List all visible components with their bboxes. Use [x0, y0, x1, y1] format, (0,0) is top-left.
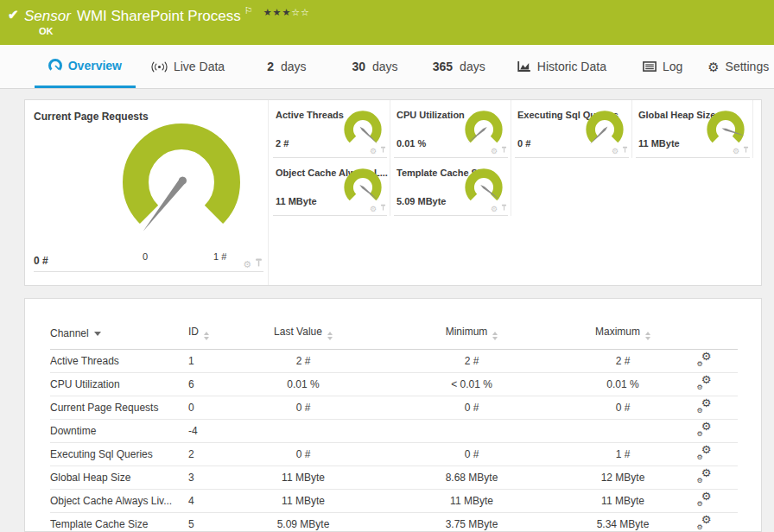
table-row[interactable]: Template Cache Size 5 5.09 MByte 3.75 MB…	[50, 513, 738, 532]
gear-icon[interactable]: ⚙	[491, 148, 498, 155]
channel-settings-icon[interactable]: ⚙⚙	[697, 446, 712, 460]
cell-id: 1	[188, 350, 238, 373]
cell-channel[interactable]: Downtime	[50, 420, 188, 443]
table-row[interactable]: Downtime -4 ⚙⚙	[50, 420, 738, 443]
cell-id: 0	[188, 396, 238, 420]
pin-icon[interactable]	[501, 204, 507, 213]
cell-maximum	[575, 420, 670, 443]
cell-maximum: 5.34 MByte	[575, 513, 670, 532]
cell-channel[interactable]: Current Page Requests	[50, 396, 188, 420]
gear-icon[interactable]: ⚙	[733, 148, 739, 155]
small-gauge	[341, 108, 384, 151]
table-row[interactable]: Current Page Requests 0 0 # 0 # 0 # ⚙⚙	[50, 396, 738, 420]
pin-icon[interactable]	[622, 146, 628, 155]
tab-label: Log	[663, 60, 682, 73]
sort-icon	[327, 332, 333, 340]
sort-icon	[204, 332, 209, 340]
column-header-id[interactable]: ID	[188, 320, 238, 350]
column-header-actions	[670, 320, 738, 350]
gauge-tile-template-cache-size[interactable]: Template Cache Size 5.09 MByte ⚙	[390, 158, 511, 216]
tab-log[interactable]: Log	[623, 45, 702, 88]
tab-settings[interactable]: ⚙ Settings	[702, 45, 774, 88]
gear-icon[interactable]: ⚙	[491, 206, 498, 213]
column-header-maximum[interactable]: Maximum	[575, 320, 670, 350]
gauge-icon	[48, 59, 62, 73]
cell-channel[interactable]: Active Threads	[50, 350, 188, 373]
cell-maximum: 0.01 %	[575, 373, 670, 396]
gauge-tile-object-cache-always-live[interactable]: Object Cache Always L... 11 MByte ⚙	[270, 158, 390, 216]
tab-30-days[interactable]: 30 days	[333, 45, 416, 88]
cell-channel[interactable]: Executing Sql Queries	[50, 443, 188, 466]
pin-icon[interactable]	[255, 258, 263, 269]
channel-settings-icon[interactable]: ⚙⚙	[697, 400, 712, 414]
tab-label: days	[372, 60, 398, 73]
cell-maximum: 12 MByte	[575, 466, 670, 490]
cell-last-value: 5.09 MByte	[238, 513, 368, 532]
cell-minimum: 2 #	[368, 350, 575, 373]
pin-icon[interactable]	[380, 146, 386, 155]
tab-label: days	[281, 60, 307, 73]
tab-2-days[interactable]: 2 days	[240, 45, 333, 88]
cell-last-value: 2 #	[238, 350, 368, 373]
gauge-value: 11 MByte	[638, 138, 680, 149]
stars-empty: ☆☆	[291, 7, 310, 17]
gear-icon[interactable]: ⚙	[612, 148, 619, 155]
gauge-tile-active-threads[interactable]: Active Threads 2 # ⚙	[270, 100, 390, 158]
table-row[interactable]: Global Heap Size 3 11 MByte 8.68 MByte 1…	[50, 466, 738, 490]
sort-icon	[492, 332, 498, 340]
table-row[interactable]: Executing Sql Queries 2 0 # 0 # 1 # ⚙⚙	[50, 443, 738, 466]
tab-overview[interactable]: Overview	[35, 45, 136, 88]
small-gauge	[704, 108, 747, 151]
cell-last-value: 11 MByte	[238, 490, 368, 513]
gauge-tile-global-heap-size[interactable]: Global Heap Size 11 MByte ⚙	[632, 100, 753, 158]
gauge-tile-executing-sql-queries[interactable]: Executing Sql Queries 0 # ⚙	[511, 100, 632, 158]
pin-icon[interactable]	[501, 146, 507, 155]
priority-stars[interactable]: ★★★☆☆	[263, 7, 310, 17]
cell-minimum: 8.68 MByte	[368, 466, 575, 490]
gauge-value: 11 MByte	[276, 196, 317, 206]
column-header-last-value[interactable]: Last Value	[238, 320, 368, 350]
flag-icon[interactable]: ⚐	[244, 5, 253, 16]
pin-icon[interactable]	[743, 146, 749, 155]
cell-id: 4	[188, 490, 238, 513]
tab-365-days[interactable]: 365 days	[417, 45, 501, 88]
table-row[interactable]: Object Cache Always Liv... 4 11 MByte 11…	[50, 490, 738, 513]
pin-icon[interactable]	[380, 204, 386, 213]
gauge-value: 5.09 MByte	[397, 196, 446, 206]
sort-icon	[645, 332, 650, 340]
cell-minimum	[368, 420, 575, 443]
channel-settings-icon[interactable]: ⚙⚙	[697, 423, 712, 437]
cell-channel[interactable]: Object Cache Always Liv...	[50, 490, 188, 513]
tile-divider	[34, 271, 263, 272]
tab-label: Overview	[68, 59, 122, 73]
channel-settings-icon[interactable]: ⚙⚙	[697, 493, 712, 507]
table-row[interactable]: Active Threads 1 2 # 2 # 2 # ⚙⚙	[50, 350, 738, 373]
tab-bar: Overview Live Data 2 days 30 days 365 da…	[0, 45, 774, 89]
gauge-tile-cpu-utilization[interactable]: CPU Utilization 0.01 % ⚙	[390, 100, 511, 158]
gauge-tile-current-page-requests[interactable]: Current Page Requests 0 1 # 0 # ⚙	[25, 100, 269, 285]
cell-minimum: 0 #	[368, 396, 575, 420]
channel-settings-icon[interactable]: ⚙⚙	[697, 516, 712, 530]
gear-icon[interactable]: ⚙	[370, 206, 377, 213]
cell-id: 2	[188, 443, 238, 466]
cell-minimum: 3.75 MByte	[368, 513, 575, 532]
cell-channel[interactable]: Template Cache Size	[50, 513, 188, 532]
tab-historic-data[interactable]: Historic Data	[501, 45, 623, 88]
gear-icon[interactable]: ⚙	[370, 148, 377, 155]
cell-id: 5	[188, 513, 238, 532]
cell-last-value: 11 MByte	[238, 466, 368, 490]
sensor-kind-label: Sensor	[24, 8, 71, 24]
status-badge: OK	[39, 26, 54, 36]
gear-icon[interactable]: ⚙	[243, 260, 251, 269]
tab-live-data[interactable]: Live Data	[136, 45, 241, 88]
column-header-minimum[interactable]: Minimum	[368, 320, 575, 350]
small-gauge	[341, 166, 384, 209]
channel-settings-icon[interactable]: ⚙⚙	[697, 377, 712, 390]
channel-settings-icon[interactable]: ⚙⚙	[697, 470, 712, 484]
table-row[interactable]: CPU Utilization 6 0.01 % < 0.01 % 0.01 %…	[50, 373, 738, 396]
column-header-channel[interactable]: Channel	[50, 320, 188, 350]
cell-channel[interactable]: CPU Utilization	[50, 373, 188, 396]
small-gauge	[462, 108, 505, 151]
channel-settings-icon[interactable]: ⚙⚙	[697, 353, 712, 367]
cell-channel[interactable]: Global Heap Size	[50, 466, 188, 490]
